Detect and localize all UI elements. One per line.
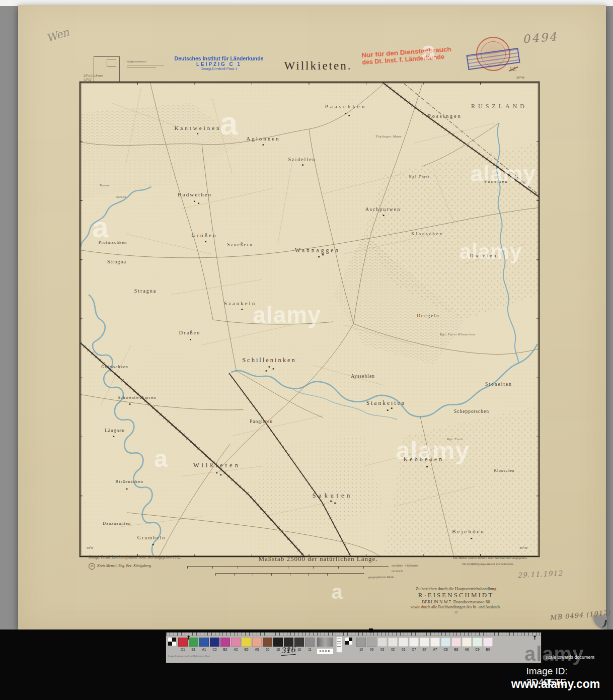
calibration-arrow-right: ↑ [532,635,537,641]
survey-note-label: Aufgenommen: [127,59,146,63]
calibration-swatch [409,638,419,647]
map-label: Ayssehlen [351,374,375,379]
calibration-patch: 16 [294,638,304,651]
publisher-name: R·EISENSCHMIDT [418,591,494,599]
calibration-swatch [356,638,366,647]
map-frame: RUSZLAND Paaschken Possingen Kantweinen … [80,82,540,557]
coord-bottom-left: 39°0' [87,546,94,549]
map-label: Szaukeln [224,300,256,306]
calibration-patch: B8 [451,638,461,651]
calibration-patch: C1 [178,638,188,651]
coord-top-left-1: 20°o.L.v.Ferro [84,74,103,77]
map-label: Stankeiten [366,400,406,406]
calibration-swatch [189,638,198,647]
calibration-patch: A7 [430,638,440,651]
map-label: Wiesen [115,195,126,198]
institute-stamp-line1: Deutsches Institut für Länderkunde [175,55,264,61]
calibration-ruler [166,633,541,636]
calibration-swatch [420,638,429,647]
calibration-top-tab [369,628,373,633]
map-label: Aglohnen [246,135,280,142]
map-label: Poneiten [484,179,508,184]
map-label: Aschpurwen [365,206,401,212]
calibration-swatch [367,638,376,647]
calibration-swatch-label: A8 [462,648,472,651]
publisher-line4: sowie durch alle Buchhandlungen des In- … [411,605,501,609]
map-label: Wannaggen [295,247,340,253]
calibration-swatch-label: 02 [388,648,398,651]
map-label: Szidellen [288,157,316,162]
survey-note-line1 [127,65,164,65]
calibration-swatch-label: B1 [189,648,198,651]
calibration-checker-mid [345,638,352,645]
publisher-sheet-no: 12 [454,610,458,614]
scale-bar-schritt[interactable] [215,573,364,576]
coord-top-left-2: 52°52' [84,78,92,81]
map-label: Scheppotschen [454,409,489,414]
map-label: Strogna [107,259,126,264]
calibration-swatch-label: A1 [199,648,209,651]
map-label: Kgl. Forst [409,175,429,179]
calibration-swatch-label: A2 [231,648,241,651]
map-label: Schilleninken [242,357,296,364]
calibration-swatch [399,638,408,647]
kreis-badge: 25 [89,563,95,570]
map-label: Größen [192,232,217,238]
calibration-patch: C8 [441,638,450,651]
calibration-patch: 11 [305,638,315,651]
calibration-swatch-label: C8 [441,648,450,651]
coord-bottom-right: 39°40' [519,546,528,549]
calibration-patch: 10 [356,638,366,651]
calibration-swatch-label: 10 [356,648,366,651]
calibration-swatch-label: 11 [305,648,315,651]
calibration-scale-note: scale towards document [546,655,594,660]
map-label: Grumbeln [137,535,166,540]
map-label: Deegeln [417,313,440,318]
calibration-patch: B7 [420,638,429,651]
map-label: Thalinger Moor [375,134,402,138]
calibration-swatch [242,638,251,647]
scale-bar-meters[interactable] [187,566,389,569]
map-label: Possingen [428,113,462,119]
map-label: Sakuten [313,492,353,500]
calibration-patch: B1 [189,638,198,651]
imprint-left-line2: 25Kreis Memel, Reg. Bez. Königsberg. [89,563,152,570]
map-label: Dwielen [470,253,498,258]
calibration-swatch [451,638,461,647]
map-label: Klooschen [494,468,514,473]
calibration-swatch-label: C9 [473,648,482,651]
calibration-swatch [441,638,450,647]
calibration-swatch-label: A5 [252,648,262,651]
sheet-number: 12. [509,65,517,73]
map-label-country: RUSZLAND [471,103,527,110]
calibration-swatch [294,638,304,647]
map-label: Bejehden [452,528,485,534]
calibration-patch: B5 [242,638,251,651]
calibration-patch: 01 [399,638,408,651]
calibration-swatch-label: B7 [420,648,429,651]
survey-note: Aufgenommen: [127,59,172,68]
map-label: Stoneiten [485,382,512,387]
calibration-swatch-label: C1 [178,648,188,651]
calibration-ffff-box: FFFF [317,649,333,654]
map-label: Wilkieten [193,462,241,469]
calibration-swatch [473,638,482,647]
map-artwork [81,83,539,556]
imprint-left-line1: Königl. Preuß. Landesaufnahme 1860. Hera… [89,555,181,559]
calibration-swatch [388,638,398,647]
calibration-gradient-block [317,638,333,647]
map-label: Protnischken [99,240,127,245]
calibration-patch: 20 [263,638,272,651]
calibration-swatch [273,638,283,647]
map-label: Kantweinen [174,125,221,131]
calibration-swatch-label: A7 [430,648,440,651]
map-label: Budwethen [178,191,212,197]
calibration-patch: A1 [199,638,209,651]
sheet-title: Willkieten. [284,59,352,73]
calibration-maker-note: Image Engineering Test Reference Chart [168,655,210,657]
calibration-swatch [220,638,230,647]
calibration-checker-left [168,638,176,646]
alamy-url: www.alamy.com [511,677,600,691]
map-label: Paaschken [325,103,366,109]
publisher-line3: BERLIN N.W.7. Dorotheenstrasse 60 [422,599,490,604]
